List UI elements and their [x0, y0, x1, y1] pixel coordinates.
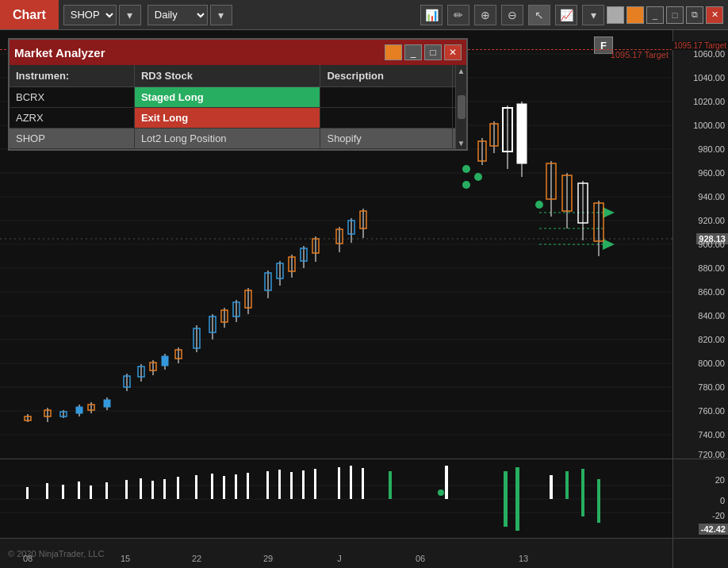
price-960: 960.00	[698, 168, 725, 178]
price-1060: 1060.00	[693, 49, 725, 59]
table-row[interactable]: BCRX Staged Long	[10, 87, 466, 108]
svg-marker-81	[603, 239, 615, 250]
main-area: F 1095.17 Target	[0, 30, 728, 459]
rd3-cell-exit: Exit Long	[134, 108, 320, 129]
svg-rect-96	[62, 485, 64, 499]
svg-rect-24	[76, 407, 82, 413]
price-1040: 1040.00	[693, 73, 725, 83]
volume-area: 20 0 -20 -42.42	[0, 459, 728, 538]
svg-rect-123	[550, 475, 553, 499]
zoom-in-icon[interactable]: ⊕	[474, 5, 496, 25]
date-29: 29	[263, 554, 273, 563]
table-row[interactable]: AZRX Exit Long	[10, 108, 466, 129]
svg-rect-118	[389, 471, 392, 499]
ma-titlebar: Market Analyzer _ □ ✕	[10, 40, 466, 65]
svg-rect-115	[338, 467, 340, 499]
window-minimize-btn[interactable]: _	[646, 6, 664, 24]
svg-rect-111	[278, 470, 281, 499]
scroll-thumb[interactable]	[458, 95, 466, 119]
svg-rect-109	[247, 473, 249, 499]
svg-rect-120	[445, 466, 448, 499]
symbol-select[interactable]: SHOP BCRX AZRX	[63, 5, 117, 25]
instrument-cell: BCRX	[10, 87, 134, 108]
window-maximize-btn[interactable]: □	[666, 6, 684, 24]
svg-rect-105	[195, 475, 197, 499]
svg-rect-110	[266, 471, 269, 499]
zoom-out-icon[interactable]: ⊖	[501, 5, 523, 25]
svg-rect-106	[211, 474, 213, 499]
date-08: 08	[23, 554, 33, 563]
color-box-orange[interactable]	[626, 6, 644, 24]
date-j: J	[337, 554, 342, 563]
svg-point-66	[462, 181, 470, 189]
price-820: 820.00	[698, 335, 725, 344]
ma-settings-btn[interactable]	[385, 44, 402, 60]
svg-rect-94	[26, 487, 29, 499]
table-row[interactable]: SHOP Lot2 Long Position Shopify	[10, 129, 466, 149]
cursor-icon[interactable]: ↖	[528, 5, 550, 25]
svg-rect-36	[162, 356, 168, 366]
dropdown-icon[interactable]: ▾	[582, 5, 604, 25]
window-restore-btn[interactable]: ⧉	[686, 6, 703, 24]
description-cell	[320, 87, 453, 108]
dropdown-arrow-icon[interactable]: ▾	[119, 5, 141, 25]
description-cell	[320, 108, 453, 129]
price-840: 840.00	[698, 311, 725, 320]
svg-point-67	[474, 173, 482, 181]
price-720: 720.00	[698, 450, 725, 459]
svg-rect-124	[565, 471, 569, 499]
svg-rect-116	[350, 466, 352, 499]
svg-rect-126	[597, 479, 600, 523]
volume-canvas	[0, 459, 672, 538]
svg-marker-80	[603, 207, 615, 218]
ma-col-rd3: RD3 Stock	[134, 65, 320, 87]
price-800: 800.00	[698, 359, 725, 368]
ma-minimize-btn[interactable]: _	[404, 44, 422, 60]
svg-rect-97	[78, 482, 80, 499]
rd3-cell-staged: Staged Long	[134, 87, 320, 108]
ma-maximize-btn[interactable]: □	[424, 44, 442, 60]
chart-canvas[interactable]: F 1095.17 Target	[0, 30, 672, 459]
timeframe-select[interactable]: Daily Weekly Monthly	[148, 5, 208, 25]
pencil-icon[interactable]: ✏	[447, 5, 469, 25]
svg-rect-114	[314, 469, 316, 499]
scrollbar[interactable]: ▲ ▼	[455, 65, 466, 149]
ma-col-description: Description	[320, 65, 453, 87]
window-close-btn[interactable]: ✕	[706, 6, 723, 24]
toolbar: Chart SHOP BCRX AZRX ▾ Daily Weekly Mont…	[0, 0, 728, 30]
description-cell: Shopify	[320, 129, 453, 149]
bar-chart-icon[interactable]: 📊	[420, 5, 443, 25]
price-920: 920.00	[698, 216, 725, 225]
price-900: 900.00	[698, 240, 725, 249]
svg-rect-28	[104, 400, 110, 407]
svg-rect-117	[362, 468, 364, 499]
timeframe-dropdown-icon[interactable]: ▾	[210, 5, 232, 25]
price-760: 760.00	[698, 406, 725, 416]
ma-table: Instrumen: RD3 Stock Description BCRX St…	[10, 65, 466, 149]
svg-rect-108	[235, 474, 237, 499]
ma-close-btn[interactable]: ✕	[444, 44, 462, 60]
price-780: 780.00	[698, 382, 725, 392]
svg-rect-107	[223, 476, 225, 499]
chart-title: Chart	[0, 0, 59, 29]
date-axis: © 2020 NinjaTrader, LLC 08 15 22 29 J 06…	[0, 538, 672, 568]
svg-rect-102	[151, 481, 154, 499]
svg-rect-99	[105, 482, 108, 499]
svg-rect-98	[90, 485, 92, 499]
svg-rect-104	[177, 477, 179, 499]
date-15: 15	[121, 554, 130, 563]
volume-axis: 20 0 -20 -42.42	[672, 459, 728, 538]
price-740: 740.00	[698, 430, 725, 439]
price-980: 980.00	[698, 144, 725, 154]
date-13: 13	[519, 554, 528, 563]
date-06: 06	[416, 554, 425, 563]
color-box-gray[interactable]	[607, 6, 624, 24]
analyzer-icon[interactable]: 📈	[555, 5, 577, 25]
price-1000: 1000.00	[693, 121, 725, 130]
price-880: 880.00	[698, 263, 725, 273]
price-860: 860.00	[698, 287, 725, 297]
ma-col-instrument: Instrumen:	[10, 65, 134, 87]
rd3-cell-lot2: Lot2 Long Position	[134, 129, 320, 149]
scroll-up-btn[interactable]: ▲	[458, 67, 466, 75]
scroll-down-btn[interactable]: ▼	[458, 139, 466, 148]
